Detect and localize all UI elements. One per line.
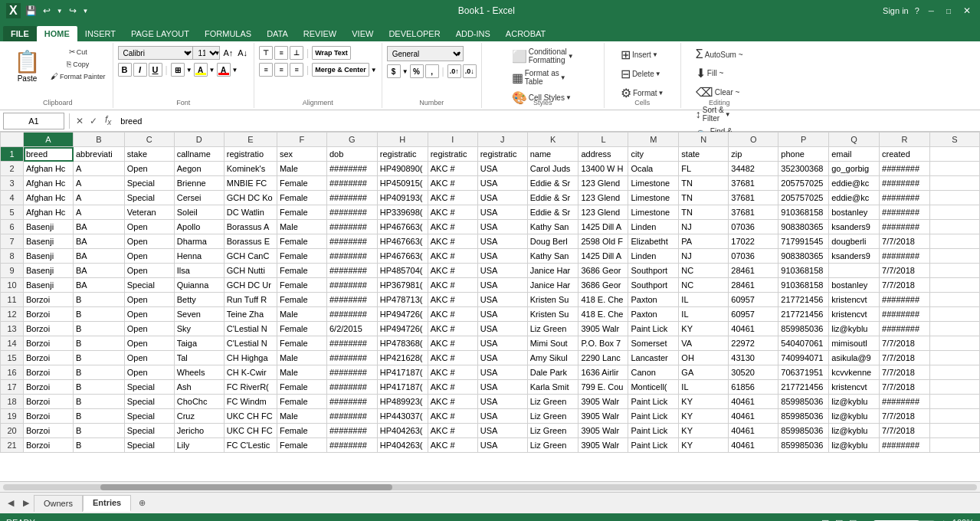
cell-10-0[interactable]: Basenji [24,278,74,293]
cell-19-13[interactable]: KY [679,409,729,424]
cell-14-13[interactable]: VA [679,336,729,351]
cell-18-16[interactable]: liz@kyblu [829,395,880,409]
autosum-button[interactable]: Σ AutoSum ~ [693,46,746,63]
tab-review[interactable]: REVIEW [296,26,344,41]
h-scrollbar[interactable] [3,484,977,490]
format-painter-button[interactable]: 🖌 Format Painter [48,70,108,82]
cell-10-12[interactable]: Southport [628,278,679,293]
cell-16-5[interactable]: Male [277,365,326,380]
cell-5-5[interactable]: Female [277,205,326,220]
cell-6-15[interactable]: 908380365 [778,220,829,234]
cell-17-4[interactable]: FC RiverR( [224,380,277,395]
row-header-14[interactable]: 14 [1,336,24,351]
cell-10-7[interactable]: HP367981( [377,278,428,293]
cell-18-12[interactable]: Paint Lick [628,395,679,409]
cell-2-5[interactable]: Male [277,162,326,176]
zoom-in-button[interactable]: + [941,518,946,521]
cell-5-14[interactable]: 37681 [729,205,778,220]
cell-15-13[interactable]: OH [679,351,729,365]
cell-7-4[interactable]: Borassus E [224,234,277,249]
cell-19-15[interactable]: 859985036 [778,409,829,424]
cell-12-7[interactable]: HP494726( [377,307,428,322]
cell-12-15[interactable]: 217721456 [778,307,829,322]
decrease-font-size-icon[interactable]: A↓ [236,47,249,59]
row-header-9[interactable]: 9 [1,264,24,278]
cell-14-17[interactable]: 7/7/2018 [880,336,930,351]
cell-19-6[interactable]: ######## [326,409,377,424]
cell-2-8[interactable]: AKC # [428,162,477,176]
cell-1-1[interactable]: abbreviati [74,147,125,162]
cell-17-14[interactable]: 61856 [729,380,778,395]
align-middle-button[interactable]: ≡ [274,46,288,60]
cell-9-1[interactable]: BA [74,264,125,278]
cell-20-0[interactable]: Borzoi [24,424,74,438]
row-header-15[interactable]: 15 [1,351,24,365]
col-header-G[interactable]: G [326,133,377,147]
view-custom-button[interactable]: ▣ [849,518,857,522]
cell-9-11[interactable]: 3686 Geor [578,264,628,278]
cell-12-6[interactable]: ######## [326,307,377,322]
cell-21-11[interactable]: 3905 Walr [578,438,628,453]
cell-18-8[interactable]: AKC # [428,395,477,409]
cell-11-0[interactable]: Borzoi [24,293,74,307]
row-header-5[interactable]: 5 [1,205,24,220]
cell-18-6[interactable]: ######## [326,395,377,409]
cell-13-13[interactable]: KY [679,322,729,336]
cell-18-18[interactable] [929,395,979,409]
cell-5-1[interactable]: A [74,205,125,220]
cell-15-7[interactable]: HP421628( [377,351,428,365]
cell-14-2[interactable]: Open [124,336,174,351]
cell-1-5[interactable]: sex [277,147,326,162]
cell-5-17[interactable]: ######## [880,205,930,220]
cell-17-6[interactable]: ######## [326,380,377,395]
cell-13-11[interactable]: 3905 Walr [578,322,628,336]
cell-9-3[interactable]: Ilsa [174,264,224,278]
cell-8-14[interactable]: 07036 [729,249,778,264]
sort-filter-button[interactable]: ↕ Sort &Filter ▼ [693,104,733,124]
undo-icon[interactable]: ↩ [41,5,52,16]
align-bottom-button[interactable]: ⊥ [290,46,303,60]
cell-16-1[interactable]: B [74,365,125,380]
cell-6-8[interactable]: AKC # [428,220,477,234]
undo-dropdown-icon[interactable]: ▼ [55,8,64,15]
cell-5-13[interactable]: TN [679,205,729,220]
cell-3-4[interactable]: MNBIE FC [224,176,277,191]
row-header-6[interactable]: 6 [1,220,24,234]
cell-3-13[interactable]: TN [679,176,729,191]
cell-21-2[interactable]: Special [124,438,174,453]
cell-8-10[interactable]: Kathy San [527,249,578,264]
conditional-formatting-button[interactable]: ⬜ ConditionalFormatting ▼ [510,46,576,66]
cell-13-12[interactable]: Paint Lick [628,322,679,336]
col-header-M[interactable]: M [628,133,679,147]
cell-17-9[interactable]: USA [477,380,527,395]
cell-6-10[interactable]: Kathy San [527,220,578,234]
cell-20-8[interactable]: AKC # [428,424,477,438]
cell-4-12[interactable]: Limestone [628,191,679,205]
cell-2-1[interactable]: A [74,162,125,176]
cell-14-6[interactable]: ######## [326,336,377,351]
cell-6-3[interactable]: Apollo [174,220,224,234]
tab-data[interactable]: DATA [259,26,296,41]
cell-1-11[interactable]: address [578,147,628,162]
cell-13-18[interactable] [929,322,979,336]
cell-20-1[interactable]: B [74,424,125,438]
bold-button[interactable]: B [118,63,132,77]
zoom-out-button[interactable]: − [863,518,867,521]
cell-14-9[interactable]: USA [477,336,527,351]
col-header-B[interactable]: B [74,133,125,147]
cell-5-3[interactable]: Soleil [174,205,224,220]
cell-4-4[interactable]: GCH DC Ko [224,191,277,205]
cell-2-4[interactable]: Kominek's [224,162,277,176]
cell-5-12[interactable]: Limestone [628,205,679,220]
cell-8-8[interactable]: AKC # [428,249,477,264]
tab-view[interactable]: VIEW [344,26,381,41]
cell-12-11[interactable]: 418 E. Che [578,307,628,322]
cell-1-10[interactable]: name [527,147,578,162]
cell-19-5[interactable]: Male [277,409,326,424]
cell-1-2[interactable]: stake [124,147,174,162]
cell-14-8[interactable]: AKC # [428,336,477,351]
cell-6-17[interactable]: ######## [880,220,930,234]
cell-19-18[interactable] [929,409,979,424]
cell-10-1[interactable]: BA [74,278,125,293]
cell-11-11[interactable]: 418 E. Che [578,293,628,307]
